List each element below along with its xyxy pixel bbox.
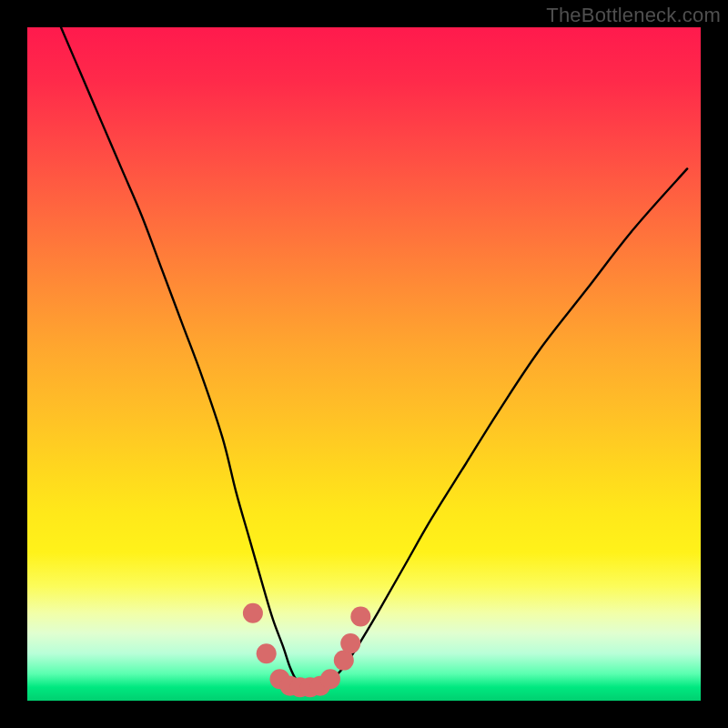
bottleneck-curve — [61, 27, 687, 687]
plot-area — [27, 27, 701, 701]
curve-marker — [350, 607, 370, 627]
chart-frame: TheBottleneck.com — [0, 0, 728, 728]
curve-markers — [243, 603, 370, 697]
curve-marker — [340, 633, 360, 653]
watermark-text: TheBottleneck.com — [546, 4, 721, 27]
curve-marker — [320, 669, 340, 689]
curve-marker — [243, 603, 263, 623]
bottleneck-curve-svg — [27, 27, 701, 701]
curve-marker — [257, 643, 277, 663]
